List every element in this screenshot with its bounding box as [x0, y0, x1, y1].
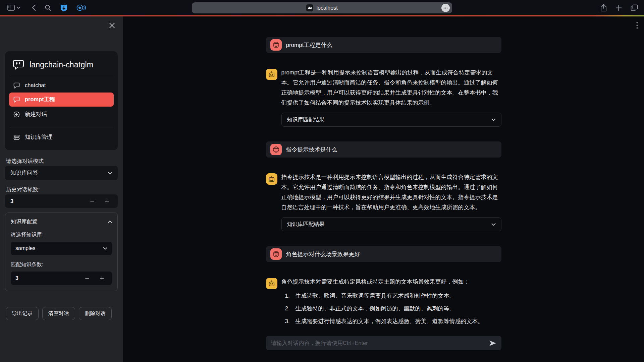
database-icon	[13, 134, 20, 140]
new-tab-icon[interactable]	[615, 5, 622, 11]
share-icon[interactable]	[600, 4, 607, 12]
sidebar-item-label: prompt工程	[25, 96, 55, 103]
plus-circle-icon	[13, 111, 20, 118]
bot-avatar	[266, 173, 277, 185]
kb-select[interactable]: samples	[11, 242, 112, 255]
list-item: 生成独特的、非正式的文本，例如闲适的、幽默的、讽刺的等。	[291, 304, 501, 314]
sidebar-toggle-icon[interactable]	[7, 5, 15, 11]
history-rounds-label: 历史对话轮数:	[6, 186, 40, 193]
user-avatar	[270, 248, 282, 260]
bot-avatar	[266, 69, 277, 80]
dialog-mode-value: 知识库问答	[10, 169, 38, 177]
chevron-down-icon	[491, 223, 496, 226]
kb-select-label: 请选择知识库:	[11, 231, 112, 238]
kb-topk-value: 3	[15, 275, 82, 281]
chevron-down-icon	[108, 172, 112, 175]
sidebar-item-label: 新建对话	[25, 111, 47, 118]
user-message-text: prompt工程是什么	[286, 41, 332, 49]
user-message: 角色提示对什么场景效果更好	[266, 246, 501, 262]
divider	[10, 76, 113, 76]
bot-message-text: 角色提示技术对需要生成特定风格或特定主题的文本场景效果更好，例如：	[281, 277, 501, 287]
chevron-up-icon	[108, 220, 112, 223]
sidebar-item-new-dialog[interactable]: 新建对话	[9, 107, 114, 121]
address-bar[interactable]: localhost	[192, 2, 452, 13]
user-message-text: 角色提示对什么场景效果更好	[286, 250, 360, 258]
chevron-down-icon	[103, 247, 107, 250]
divider	[10, 127, 113, 127]
decrement-icon[interactable]	[87, 197, 98, 205]
increment-icon[interactable]	[97, 275, 107, 282]
user-avatar	[270, 39, 282, 51]
back-button[interactable]	[32, 4, 36, 11]
chat-main: prompt工程是什么 prompt工程是一种利用提示来控制语言模型输出的过程，…	[123, 16, 644, 362]
sidebar-item-prompt-engineering[interactable]: prompt工程	[9, 93, 114, 107]
decrement-icon[interactable]	[82, 275, 93, 282]
kb-match-accordion[interactable]: 知识库匹配结果	[281, 217, 501, 231]
user-message: 指令提示技术是什么	[266, 141, 501, 158]
url-text: localhost	[316, 5, 337, 11]
dialog-mode-label: 请选择对话模式	[6, 158, 44, 165]
bot-message-text: prompt工程是一种利用提示来控制语言模型输出的过程，从而生成符合特定需求的文…	[281, 68, 501, 108]
settings-sidebar: langchain-chatglm chatchat prompt工程 新建对话	[0, 16, 123, 362]
extension-star-icon[interactable]	[76, 4, 86, 11]
app-logo-icon	[12, 59, 24, 70]
history-rounds-value: 3	[10, 198, 87, 204]
kb-select-value: samples	[15, 245, 36, 251]
site-favicon	[306, 4, 313, 11]
kb-config-title: 知识库配置	[11, 218, 38, 225]
chat-input[interactable]	[271, 340, 486, 346]
page-settings-icon[interactable]	[441, 4, 450, 12]
send-icon[interactable]	[489, 340, 496, 346]
chat-column: prompt工程是什么 prompt工程是一种利用提示来控制语言模型输出的过程，…	[266, 16, 501, 350]
kb-match-accordion[interactable]: 知识库匹配结果	[281, 113, 501, 127]
list-item: 生成需要进行情感表达的文本，例如表达感激、赞美、道歉等情感的文本。	[291, 316, 501, 326]
bot-message: prompt工程是一种利用提示来控制语言模型输出的过程，从而生成符合特定需求的文…	[266, 68, 501, 127]
sidebar-item-knowledge-base[interactable]: 知识库管理	[9, 130, 114, 144]
increment-icon[interactable]	[102, 197, 112, 205]
kb-topk-stepper[interactable]: 3	[11, 272, 112, 285]
bot-message: 指令提示技术是一种利用提示来控制语言模型输出的过程，从而生成符合特定需求的文本。…	[266, 172, 501, 231]
bot-message-list: 生成诗歌、歌词、音乐歌词等需要具有艺术感和创作性的文本。 生成独特的、非正式的文…	[284, 291, 501, 326]
list-item: 生成诗歌、歌词、音乐歌词等需要具有艺术感和创作性的文本。	[291, 291, 501, 301]
bot-message-text: 指令提示技术是一种利用提示来控制语言模型输出的过程，从而生成符合特定需求的文本。…	[281, 172, 501, 213]
extension-adblock-icon[interactable]	[60, 4, 68, 12]
user-message: prompt工程是什么	[266, 37, 501, 53]
browser-toolbar: localhost	[0, 0, 644, 15]
kb-match-label: 知识库匹配结果	[287, 221, 325, 228]
chat-input-bar	[266, 336, 501, 350]
kb-config-header[interactable]: 知识库配置	[11, 218, 112, 225]
chat-bubble-icon	[13, 97, 20, 103]
search-icon[interactable]	[45, 4, 51, 11]
navigation-card: langchain-chatglm chatchat prompt工程 新建对话	[5, 51, 118, 150]
dialog-mode-select[interactable]: 知识库问答	[5, 166, 118, 180]
chat-bubble-icon	[13, 82, 20, 88]
user-message-text: 指令提示技术是什么	[286, 146, 337, 154]
close-sidebar-icon[interactable]	[109, 22, 115, 28]
sidebar-chevron-down-icon[interactable]	[17, 6, 20, 9]
tab-overview-icon[interactable]	[631, 4, 638, 11]
chevron-down-icon	[491, 118, 496, 121]
app-title: langchain-chatglm	[30, 60, 93, 69]
sidebar-item-chatchat[interactable]: chatchat	[9, 79, 114, 92]
sidebar-item-label: chatchat	[25, 82, 46, 88]
history-rounds-stepper[interactable]: 3	[5, 194, 118, 208]
bot-message: 角色提示技术对需要生成特定风格或特定主题的文本场景效果更好，例如： 生成诗歌、歌…	[266, 277, 501, 329]
kb-topk-label: 匹配知识条数:	[11, 261, 112, 268]
kebab-menu-icon[interactable]	[636, 22, 638, 29]
delete-dialog-button[interactable]: 删除对话	[79, 307, 112, 320]
user-avatar	[270, 144, 282, 155]
bot-avatar	[266, 278, 277, 289]
accent-divider	[0, 15, 644, 16]
knowledge-base-config-panel: 知识库配置 请选择知识库: samples 匹配知识条数: 3	[5, 213, 118, 291]
clear-dialog-button[interactable]: 清空对话	[42, 307, 75, 320]
kb-match-label: 知识库匹配结果	[287, 116, 325, 123]
export-log-button[interactable]: 导出记录	[6, 307, 39, 320]
sidebar-item-label: 知识库管理	[25, 133, 53, 141]
